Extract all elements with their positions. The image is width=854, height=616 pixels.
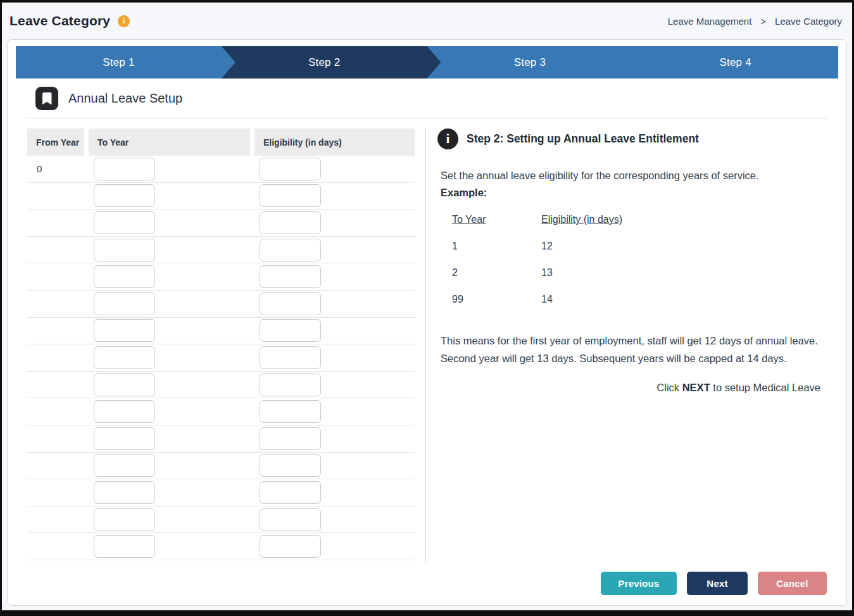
hint-bold: NEXT [682,382,710,393]
table-row [27,210,415,237]
eligibility-input[interactable] [260,319,321,342]
eligibility-input[interactable] [260,374,321,396]
column-header-from-year: From Year [27,129,84,156]
to-year-input[interactable] [94,427,155,450]
table-row [27,506,415,534]
previous-button[interactable]: Previous [601,572,677,595]
to-year-input[interactable] [94,481,155,504]
section-title: Annual Leave Setup [68,91,182,106]
example-label: Example: [441,187,487,198]
step-3-tab[interactable]: Step 3 [427,46,633,79]
to-year-input[interactable] [94,400,155,423]
to-year-input[interactable] [94,292,155,315]
info-circle-icon: i [437,129,458,149]
help-title: Step 2: Setting up Annual Leave Entitlem… [467,132,699,146]
eligibility-input[interactable] [260,239,321,261]
help-intro-text: Set the annual leave eligibility for the… [441,170,759,181]
footer-actions: Previous Next Cancel [601,572,827,595]
example-row: 2 13 [452,267,829,279]
table-row [27,318,415,345]
breadcrumb-leave-management[interactable]: Leave Management [668,16,752,27]
table-row [27,263,415,291]
example-row: 99 14 [452,294,829,305]
breadcrumb-separator: > [760,16,766,27]
eligibility-input[interactable] [260,400,321,423]
to-year-input[interactable] [94,158,155,180]
to-year-input[interactable] [94,211,155,234]
step-4-tab[interactable]: Step 4 [632,46,838,79]
table-row [27,291,415,318]
to-year-input[interactable] [94,184,155,207]
top-bar: Leave Category i Leave Management > Leav… [2,3,852,39]
to-year-input[interactable] [94,535,155,558]
to-year-input[interactable] [94,239,155,261]
example-eligibility: 14 [541,294,553,305]
to-year-input[interactable] [94,454,155,477]
cancel-button[interactable]: Cancel [758,572,827,595]
from-year-cell: 0 [27,163,89,174]
to-year-input[interactable] [94,346,155,369]
example-to-year: 1 [452,241,541,252]
eligibility-input[interactable] [260,346,321,369]
eligibility-input[interactable] [260,265,321,288]
example-header-eligibility: Eligibility (in days) [541,214,622,225]
step-2-tab[interactable]: Step 2 [222,46,427,79]
hint-prefix: Click [656,382,682,393]
table-row [27,425,415,453]
section-header: Annual Leave Setup [26,79,828,118]
page-title: Leave Category [9,13,110,28]
breadcrumb: Leave Management > Leave Category [668,16,842,27]
eligibility-input[interactable] [260,158,321,180]
column-header-eligibility: Eligibility (in days) [254,129,415,156]
eligibility-input[interactable] [260,427,321,450]
example-eligibility: 12 [541,241,553,252]
leave-entitlement-table: From Year To Year Eligibility (in days) … [27,129,415,562]
example-to-year: 99 [452,294,541,305]
eligibility-input[interactable] [260,292,321,315]
table-header-row: From Year To Year Eligibility (in days) [27,129,415,156]
next-button[interactable]: Next [687,572,748,595]
example-to-year: 2 [452,267,541,279]
table-row [27,344,415,372]
wizard-card: Step 1 Step 2 Step 3 Step 4 Annual Leave… [7,39,847,606]
example-table: To Year Eligibility (in days) 1 12 2 13 … [452,214,829,305]
table-row [27,398,415,425]
breadcrumb-leave-category[interactable]: Leave Category [775,16,842,27]
table-row [27,533,415,560]
to-year-input[interactable] [94,319,155,342]
table-row [27,453,415,480]
help-explanation: This means for the first year of employm… [441,332,820,367]
table-row: 0 [27,156,415,183]
eligibility-input[interactable] [260,184,321,207]
eligibility-input[interactable] [260,508,321,531]
step-progress-bar: Step 1 Step 2 Step 3 Step 4 [16,46,838,79]
next-hint: Click NEXT to setup Medical Leave [441,382,820,394]
help-intro: Set the annual leave eligibility for the… [441,167,820,201]
hint-suffix: to setup Medical Leave [710,382,820,393]
to-year-input[interactable] [94,508,155,531]
to-year-input[interactable] [94,265,155,288]
leave-table-body: 0 [27,156,415,560]
column-header-to-year: To Year [89,129,250,156]
example-header-to-year: To Year [452,214,541,225]
help-panel: i Step 2: Setting up Annual Leave Entitl… [426,129,829,562]
info-icon[interactable]: i [118,15,130,27]
step-1-tab[interactable]: Step 1 [16,46,222,79]
example-row: 1 12 [452,241,829,252]
table-row [27,183,415,210]
eligibility-input[interactable] [260,211,321,234]
bookmark-icon [35,87,58,110]
eligibility-input[interactable] [260,535,321,558]
to-year-input[interactable] [94,374,155,396]
table-row [27,237,415,264]
eligibility-input[interactable] [260,481,321,504]
eligibility-input[interactable] [260,454,321,477]
table-row [27,372,415,399]
table-row [27,479,415,506]
example-eligibility: 13 [541,267,553,279]
